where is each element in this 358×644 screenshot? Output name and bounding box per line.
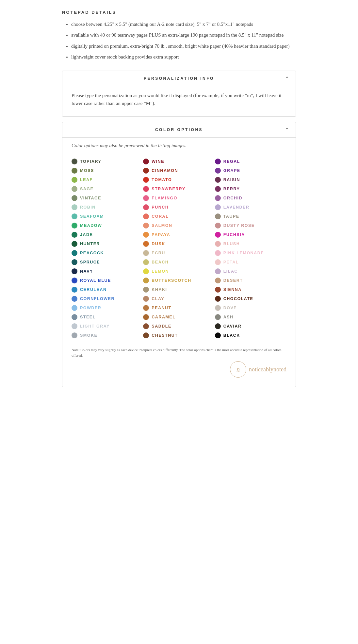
color-name: LEAF — [80, 178, 93, 182]
color-item: BUTTERSCOTCH — [143, 277, 215, 284]
color-name: BEACH — [152, 260, 169, 264]
color-name: SPRUCE — [80, 260, 100, 264]
color-name: CHESTNUT — [152, 333, 178, 338]
notepad-details-list: choose between 4.25" x 5.5" (matching ou… — [62, 21, 296, 61]
color-name: DUSK — [152, 242, 165, 246]
color-swatch — [72, 168, 77, 174]
color-swatch — [215, 250, 221, 256]
color-item: CORNFLOWER — [72, 295, 143, 303]
personalization-header[interactable]: PERSONALIZATION INFO ⌃ — [62, 71, 296, 86]
color-swatch — [215, 223, 221, 229]
color-name: PINK LEMONADE — [223, 251, 264, 255]
bullet-item: available with 40 or 90 tearaway pages P… — [71, 31, 296, 39]
color-swatch — [72, 259, 77, 265]
color-name: PEANUT — [152, 306, 171, 310]
color-swatch — [72, 305, 77, 311]
color-name: CERULEAN — [80, 287, 106, 292]
color-item: LEAF — [72, 176, 143, 184]
color-name: GRAPE — [223, 168, 240, 173]
bullet-item: choose between 4.25" x 5.5" (matching ou… — [71, 21, 296, 28]
color-item: CERULEAN — [72, 286, 143, 294]
color-swatch — [143, 314, 149, 320]
color-item: RAISIN — [215, 176, 286, 184]
color-swatch — [143, 268, 149, 274]
color-swatch — [215, 168, 221, 174]
color-item: BERRY — [215, 185, 286, 193]
color-item: VINTAGE — [72, 194, 143, 202]
color-name: MEADOW — [80, 223, 102, 228]
color-item: ORCHID — [215, 194, 286, 202]
color-name: SADDLE — [152, 324, 171, 329]
color-name: CORAL — [152, 214, 169, 219]
color-name: BUTTERSCOTCH — [152, 278, 191, 283]
color-item: STRAWBERRY — [143, 185, 215, 193]
color-name: SMOKE — [80, 333, 97, 338]
color-swatch — [143, 223, 149, 229]
color-item: PEANUT — [143, 304, 215, 312]
color-item: SADDLE — [143, 322, 215, 330]
color-name: BLACK — [223, 333, 240, 338]
color-swatch — [143, 232, 149, 238]
color-swatch — [143, 168, 149, 174]
color-item: TAUPE — [215, 212, 286, 220]
color-name: BERRY — [223, 187, 240, 191]
color-item: SIENNA — [215, 286, 286, 294]
color-item: PINK LEMONADE — [215, 249, 286, 257]
color-item: PETAL — [215, 258, 286, 266]
color-swatch — [215, 195, 221, 201]
color-name: SAGE — [80, 187, 93, 191]
color-item: REGAL — [215, 158, 286, 165]
color-name: POWDER — [80, 306, 101, 310]
color-name: BLUSH — [223, 242, 240, 246]
color-name: ROBIN — [80, 205, 96, 210]
color-name: REGAL — [223, 159, 240, 164]
color-item: SPRUCE — [72, 258, 143, 266]
color-swatch — [72, 241, 77, 247]
color-swatch — [215, 232, 221, 238]
color-item: CINNAMON — [143, 167, 215, 175]
color-item: BLUSH — [215, 240, 286, 248]
color-name: HUNTER — [80, 242, 100, 246]
color-item: JADE — [72, 231, 143, 239]
color-item: PEACOCK — [72, 249, 143, 257]
color-item: ROBIN — [72, 203, 143, 211]
color-name: PETAL — [223, 260, 239, 264]
color-name: CLAY — [152, 297, 164, 301]
color-swatch — [143, 159, 149, 164]
color-name: CARAMEL — [152, 315, 175, 319]
brand-logo: n noticeablynoted — [72, 361, 286, 378]
color-swatch — [72, 250, 77, 256]
color-name: DESERT — [223, 278, 243, 283]
color-swatch — [72, 268, 77, 274]
color-item: MOSS — [72, 167, 143, 175]
color-swatch — [215, 296, 221, 302]
color-swatch — [143, 287, 149, 293]
color-name: STRAWBERRY — [152, 187, 185, 191]
color-options-chevron-icon: ⌃ — [285, 127, 289, 133]
color-swatch — [215, 213, 221, 219]
color-swatch — [143, 323, 149, 329]
color-item: BLACK — [215, 331, 286, 339]
color-swatch — [72, 296, 77, 302]
color-swatch — [215, 287, 221, 293]
color-item: GRAPE — [215, 167, 286, 175]
bullet-item: lightweight cover stock backing provides… — [71, 53, 296, 61]
color-name: DOVE — [223, 306, 237, 310]
color-item: SMOKE — [72, 331, 143, 339]
color-swatch — [215, 332, 221, 338]
color-swatch — [143, 195, 149, 201]
color-options-header[interactable]: COLOR OPTIONS ⌃ — [62, 122, 296, 137]
color-item: LIGHT GRAY — [72, 322, 143, 330]
color-swatch — [215, 278, 221, 283]
color-options-title: COLOR OPTIONS — [155, 127, 203, 132]
color-item: FUCHSIA — [215, 231, 286, 239]
color-name: NAVY — [80, 269, 93, 274]
color-item: LEMON — [143, 267, 215, 275]
color-item: DESERT — [215, 277, 286, 284]
color-item: ROYAL BLUE — [72, 277, 143, 284]
color-swatch — [143, 186, 149, 192]
color-swatch — [215, 177, 221, 183]
color-item: BEACH — [143, 258, 215, 266]
color-swatch — [143, 250, 149, 256]
color-item: TOPIARY — [72, 158, 143, 165]
